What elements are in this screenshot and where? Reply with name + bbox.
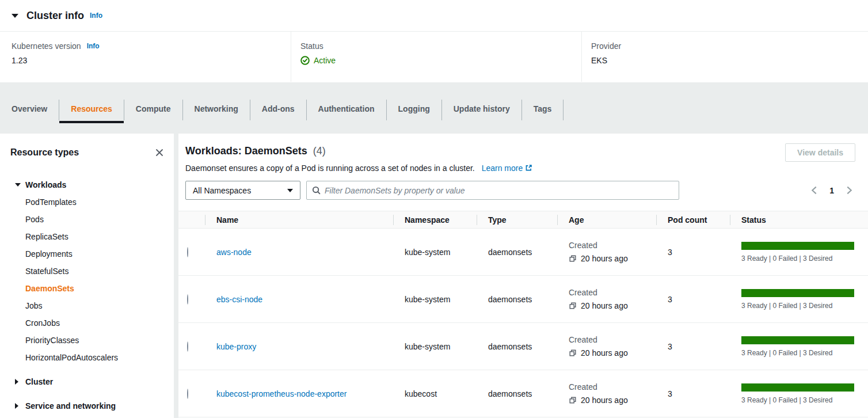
chevron-right-icon — [15, 379, 20, 385]
daemonsets-search[interactable] — [306, 181, 679, 200]
status-cell: 3 Ready | 0 Failed | 3 Desired — [730, 336, 868, 357]
status-bar — [741, 336, 854, 344]
sidebar-item-horizontalpodautoscalers[interactable]: HorizontalPodAutoscalers — [10, 349, 165, 366]
type-cell: daemonsets — [477, 295, 557, 304]
sidebar-item-pods[interactable]: Pods — [10, 211, 165, 228]
type-cell: daemonsets — [477, 342, 557, 351]
column-header-namespace[interactable]: Namespace — [393, 211, 477, 228]
kubernetes-version-label: Kubernetes version — [12, 41, 81, 51]
row-radio-button[interactable] — [187, 247, 188, 257]
status-cell: 3 Ready | 0 Failed | 3 Desired — [730, 242, 868, 263]
cluster-info-fields: Kubernetes version Info 1.23 Status Acti… — [0, 32, 868, 82]
tab-update-history[interactable]: Update history — [442, 97, 521, 123]
daemonset-name-link[interactable]: aws-node — [216, 248, 252, 257]
sidebar-item-statefulsets[interactable]: StatefulSets — [10, 263, 165, 280]
table-row: ebs-csi-node kube-system daemonsets Crea… — [178, 276, 868, 323]
namespace-cell: kubecost — [393, 389, 477, 398]
daemonset-name-link[interactable]: kube-proxy — [216, 342, 256, 351]
status-bar — [741, 289, 854, 297]
kubernetes-version-field: Kubernetes version Info 1.23 — [0, 32, 291, 82]
external-link-icon — [525, 164, 532, 173]
row-radio-button[interactable] — [187, 294, 188, 305]
sidebar-item-podtemplates[interactable]: PodTemplates — [10, 193, 165, 211]
sidebar-item-jobs[interactable]: Jobs — [10, 297, 165, 314]
kubernetes-version-info-link[interactable]: Info — [87, 42, 100, 50]
sidebar-item-priorityclasses[interactable]: PriorityClasses — [10, 332, 165, 349]
close-icon[interactable] — [154, 147, 165, 158]
table-row: kubecost-prometheus-node-exporter kubeco… — [178, 370, 868, 417]
daemonsets-table: Name Namespace Type Age Pod count Status… — [178, 211, 868, 417]
resource-types-title: Resource types — [10, 147, 79, 158]
status-text: 3 Ready | 0 Failed | 3 Desired — [741, 254, 855, 263]
age-cell: Created 20 hours ago — [557, 288, 656, 310]
tab-logging[interactable]: Logging — [387, 97, 441, 123]
copy-icon[interactable] — [569, 396, 577, 404]
cluster-info-header: Cluster info Info — [0, 0, 868, 32]
column-header-type[interactable]: Type — [477, 211, 557, 228]
collapse-caret-icon[interactable] — [12, 14, 18, 18]
sidebar-item-replicasets[interactable]: ReplicaSets — [10, 228, 165, 245]
search-input[interactable] — [325, 186, 673, 195]
daemonset-name-link[interactable]: kubecost-prometheus-node-exporter — [216, 389, 347, 398]
sidebar-item-deployments[interactable]: Deployments — [10, 245, 165, 263]
column-header-pod-count[interactable]: Pod count — [656, 211, 730, 228]
pod-count-cell: 3 — [656, 342, 730, 351]
column-header-name[interactable]: Name — [205, 211, 393, 228]
provider-value: EKS — [591, 56, 868, 65]
search-icon — [312, 186, 321, 195]
tree-group-service-and-networking[interactable]: Service and networking — [10, 397, 165, 415]
table-row: kube-proxy kube-system daemonsets Create… — [178, 323, 868, 370]
provider-label: Provider — [591, 41, 868, 51]
tree-group-workloads-label: Workloads — [25, 180, 66, 189]
status-label: Status — [300, 41, 581, 51]
tab-bar: Overview Resources Compute Networking Ad… — [0, 97, 868, 123]
age-created-label: Created — [569, 241, 656, 250]
column-header-status[interactable]: Status — [730, 211, 868, 228]
status-check-circle-icon — [300, 56, 310, 65]
table-header-row: Name Namespace Type Age Pod count Status — [178, 211, 868, 229]
tab-networking[interactable]: Networking — [183, 97, 250, 123]
kubernetes-version-value: 1.23 — [12, 56, 291, 65]
next-page-icon[interactable] — [843, 184, 855, 197]
page-number[interactable]: 1 — [829, 186, 834, 195]
column-header-age[interactable]: Age — [557, 211, 656, 228]
namespace-cell: kube-system — [393, 248, 477, 257]
namespace-cell: kube-system — [393, 295, 477, 304]
resource-types-tree: Workloads PodTemplates Pods ReplicaSets … — [10, 176, 165, 415]
row-radio-button[interactable] — [187, 389, 188, 399]
status-text: 3 Ready | 0 Failed | 3 Desired — [741, 302, 855, 310]
previous-page-icon[interactable] — [808, 184, 820, 197]
tree-group-workloads[interactable]: Workloads — [10, 176, 165, 193]
pod-count-cell: 3 — [656, 248, 730, 257]
namespace-cell: kube-system — [393, 342, 477, 351]
tree-group-cluster-label: Cluster — [25, 377, 53, 386]
pod-count-cell: 3 — [656, 389, 730, 398]
copy-icon[interactable] — [569, 254, 577, 263]
copy-icon[interactable] — [569, 349, 577, 357]
age-cell: Created 20 hours ago — [557, 335, 656, 358]
status-field: Status Active — [291, 32, 581, 82]
tab-compute[interactable]: Compute — [124, 97, 182, 123]
daemonsets-description: Daemonset ensures a copy of a Pod is run… — [185, 164, 475, 173]
chevron-right-icon — [15, 403, 20, 409]
tab-resources[interactable]: Resources — [59, 97, 124, 123]
sidebar-item-cronjobs[interactable]: CronJobs — [10, 314, 165, 332]
cluster-info-info-link[interactable]: Info — [90, 12, 102, 20]
tab-tags[interactable]: Tags — [522, 97, 564, 123]
age-created-label: Created — [569, 288, 656, 297]
namespace-select[interactable]: All Namespaces — [185, 181, 300, 200]
view-details-button[interactable]: View details — [785, 143, 855, 162]
daemonset-name-link[interactable]: ebs-csi-node — [216, 295, 262, 304]
age-value: 20 hours ago — [581, 301, 628, 310]
age-created-label: Created — [569, 382, 656, 392]
tab-add-ons[interactable]: Add-ons — [250, 97, 306, 123]
daemonsets-title: Workloads: DaemonSets — [185, 145, 307, 157]
tab-overview[interactable]: Overview — [0, 97, 59, 123]
age-value: 20 hours ago — [581, 396, 628, 405]
sidebar-item-daemonsets[interactable]: DaemonSets — [10, 280, 165, 297]
tab-authentication[interactable]: Authentication — [307, 97, 386, 123]
row-radio-button[interactable] — [187, 341, 188, 352]
tree-group-cluster[interactable]: Cluster — [10, 373, 165, 390]
copy-icon[interactable] — [569, 302, 577, 310]
learn-more-link[interactable]: Learn more — [482, 164, 533, 173]
